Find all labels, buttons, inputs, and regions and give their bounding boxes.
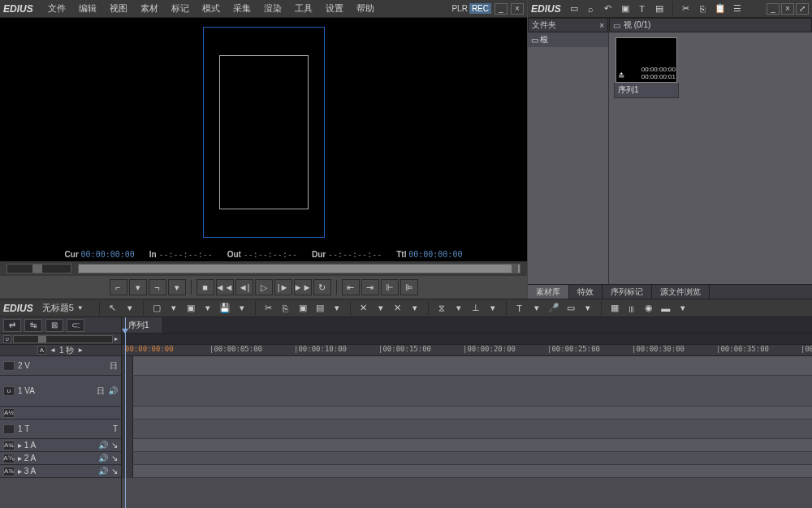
track-header[interactable]: A½ xyxy=(0,407,121,420)
dropdown[interactable]: ▾ xyxy=(408,302,422,315)
project-title[interactable]: 无标题5▼ xyxy=(42,302,84,314)
tab-markers[interactable]: 序列标记 xyxy=(603,285,652,299)
view-icon[interactable]: ▤ xyxy=(652,2,667,15)
shuttle-slider[interactable] xyxy=(6,264,71,273)
cur-value[interactable]: 00:00:00:00 xyxy=(81,250,135,259)
dropdown[interactable]: ▾ xyxy=(451,302,466,315)
playhead[interactable] xyxy=(125,317,126,508)
tree-root[interactable]: ▭ 根 xyxy=(528,32,608,47)
menu-marker[interactable]: 标记 xyxy=(166,1,194,16)
monitor-icon[interactable]: ▭ xyxy=(564,302,578,315)
title-icon[interactable]: T xyxy=(512,302,527,315)
ttl-value[interactable]: 00:00:00:00 xyxy=(408,250,462,259)
menu-help[interactable]: 帮助 xyxy=(352,1,379,16)
new-folder-icon[interactable]: ▣ xyxy=(618,2,633,15)
scale-badge[interactable]: υ xyxy=(3,335,11,343)
cut-icon[interactable]: ✂ xyxy=(261,302,276,315)
rewind-button[interactable]: ◄◄ xyxy=(216,279,234,295)
replace-icon[interactable]: ▤ xyxy=(313,302,327,315)
track-header[interactable]: A⅞▸ 3 A🔊↘ xyxy=(0,465,121,478)
track-toggle-icon[interactable]: 日 xyxy=(97,385,105,397)
search-icon[interactable]: ⌕ xyxy=(584,2,598,15)
track-toggle-icon[interactable]: ↘ xyxy=(111,454,118,463)
set-in-button[interactable]: ⌐ xyxy=(110,279,127,295)
track-header[interactable]: A¾▸ 1 A🔊↘ xyxy=(0,439,121,452)
dropdown-in[interactable]: ▾ xyxy=(129,279,147,295)
delete-icon[interactable]: ✕ xyxy=(356,302,371,315)
dropdown[interactable]: ▾ xyxy=(123,302,137,315)
dropdown-out[interactable]: ▾ xyxy=(168,279,186,295)
track-badge[interactable]: A½ xyxy=(3,408,15,418)
prev-frame-button[interactable]: ◄| xyxy=(235,279,253,295)
mode-ripple[interactable]: ⊂: xyxy=(67,319,84,332)
trim-icon[interactable]: ⊥ xyxy=(469,302,483,315)
menu-file[interactable]: 文件 xyxy=(43,1,71,16)
track-toggle-icon[interactable]: T xyxy=(113,424,118,433)
track-header[interactable]: 2 V日 xyxy=(0,356,121,376)
cut-icon[interactable]: ✂ xyxy=(679,2,693,15)
track-toggle-icon[interactable]: 日 xyxy=(110,360,118,372)
mixer-icon[interactable]: ⫼ xyxy=(624,302,639,315)
open-icon[interactable]: ▣ xyxy=(184,302,198,315)
position-slider[interactable] xyxy=(78,264,520,273)
bin-close[interactable]: × xyxy=(781,3,794,15)
tab-library[interactable]: 素材库 xyxy=(528,285,569,299)
folder-tab[interactable]: 文件夹 × xyxy=(528,18,608,32)
bin-expand[interactable]: ⤢ xyxy=(796,3,809,15)
time-unit-label[interactable]: 1 秒 xyxy=(59,345,74,356)
next-frame-button[interactable]: |► xyxy=(274,279,292,295)
track-toggle-icon[interactable]: ↘ xyxy=(111,441,118,450)
clip-label[interactable]: 序列1 xyxy=(614,83,679,98)
menu-settings[interactable]: 设置 xyxy=(321,1,348,16)
up-icon[interactable]: ↶ xyxy=(601,2,615,15)
menu-view[interactable]: 视图 xyxy=(105,1,132,16)
rec-label[interactable]: REC xyxy=(469,3,491,14)
folder-icon[interactable]: ▭ xyxy=(567,2,581,15)
track-lane[interactable] xyxy=(122,420,812,439)
track-badge[interactable] xyxy=(3,424,15,434)
ripple-del-icon[interactable]: ✕ xyxy=(391,302,405,315)
grid-icon[interactable]: ▦ xyxy=(607,302,622,315)
preview-viewport[interactable] xyxy=(0,18,527,247)
save-icon[interactable]: 💾 xyxy=(218,302,232,315)
paste-icon[interactable]: ▣ xyxy=(296,302,310,315)
copy-icon[interactable]: ⎘ xyxy=(279,302,293,315)
track-header[interactable]: A⅚▸ 2 A🔊↘ xyxy=(0,452,121,465)
track-badge[interactable]: A¾ xyxy=(3,441,15,450)
track-header[interactable]: 1 TT xyxy=(0,420,121,439)
scale-fit[interactable]: ▸ xyxy=(114,335,118,342)
layout-icon[interactable]: ▬ xyxy=(659,302,673,315)
menu-clip[interactable]: 素材 xyxy=(136,1,163,16)
set-out-button[interactable]: ¬ xyxy=(149,279,166,295)
dropdown[interactable]: ▾ xyxy=(201,302,215,315)
cursor-tool[interactable]: ↖ xyxy=(106,302,120,315)
play-button[interactable]: ▷ xyxy=(255,279,273,295)
track-badge[interactable] xyxy=(3,361,15,371)
clip-item[interactable]: ≛ 00:00:00:00 00:00:00:01 序列1 xyxy=(614,37,679,98)
dropdown[interactable]: ▾ xyxy=(581,302,595,315)
mic-icon[interactable]: 🎤 xyxy=(546,302,561,315)
paste-icon[interactable]: 📋 xyxy=(713,2,728,15)
tab-browser[interactable]: 源文件浏览 xyxy=(652,285,710,299)
text-icon[interactable]: T xyxy=(635,2,650,15)
folder-tab-close[interactable]: × xyxy=(599,21,604,30)
dropdown[interactable]: ▾ xyxy=(235,302,249,315)
bin-view-header[interactable]: ▭ 视 (0/1) xyxy=(609,18,812,32)
loop-button[interactable]: ↻ xyxy=(313,279,331,295)
dropdown[interactable]: ▾ xyxy=(676,302,690,315)
dur-value[interactable]: --:--:--:-- xyxy=(328,250,382,259)
track-toggle-icon[interactable]: 🔊 xyxy=(108,386,118,395)
stop-button[interactable]: ■ xyxy=(197,279,214,295)
track-lane[interactable] xyxy=(122,439,812,452)
dropdown[interactable]: ▾ xyxy=(529,302,544,315)
mode-sync[interactable]: ⊠ xyxy=(45,319,63,332)
track-header[interactable]: υ1 VA日🔊 xyxy=(0,376,121,407)
props-icon[interactable]: ☰ xyxy=(730,2,745,15)
close-button[interactable]: × xyxy=(511,3,524,15)
mode-overwrite[interactable]: ↹ xyxy=(24,319,42,332)
track-lane[interactable] xyxy=(122,376,812,407)
minimize-button[interactable]: _ xyxy=(495,3,508,15)
copy-icon[interactable]: ⎘ xyxy=(696,2,710,15)
scope-icon[interactable]: ◉ xyxy=(641,302,656,315)
track-toggle-icon[interactable]: 🔊 xyxy=(98,467,108,476)
